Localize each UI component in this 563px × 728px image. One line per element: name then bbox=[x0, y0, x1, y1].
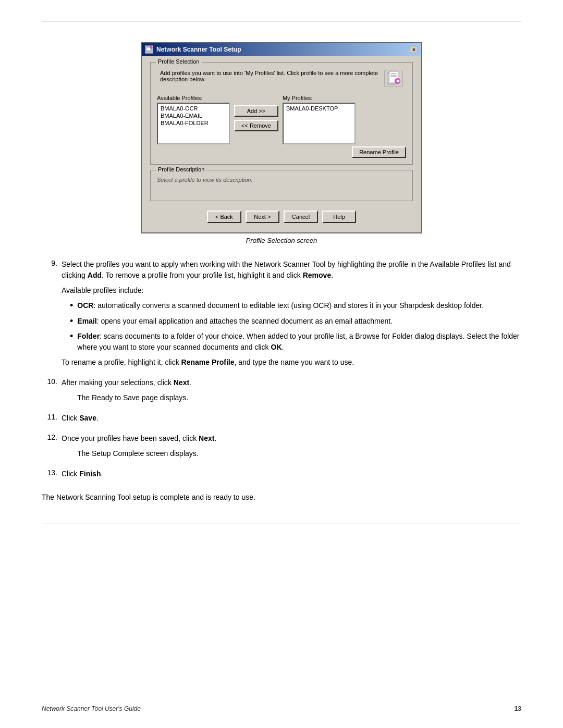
dialog-titlebar: Network Scanner Tool Setup × bbox=[142, 43, 421, 56]
available-profiles-column: Available Profiles: BMALA0-OCR BMALA0-EM… bbox=[157, 95, 230, 144]
step-13-period: . bbox=[101, 470, 103, 478]
profile-icon bbox=[384, 70, 403, 87]
add-remove-buttons: Add >> << Remove bbox=[234, 95, 278, 131]
list-item[interactable]: BMALA0-FOLDER bbox=[159, 119, 228, 127]
help-button[interactable]: Help bbox=[322, 211, 356, 223]
step-9-text: Select the profiles you want to apply wh… bbox=[62, 259, 521, 372]
app-icon bbox=[145, 45, 153, 54]
dialog-title: Network Scanner Tool Setup bbox=[156, 46, 241, 53]
rename-profile-button[interactable]: Rename Profile bbox=[352, 146, 406, 158]
closing-text: The Network Scanning Tool setup is compl… bbox=[42, 492, 521, 503]
dialog-window: Network Scanner Tool Setup × Profile Sel… bbox=[141, 42, 422, 233]
email-bold: Email bbox=[77, 317, 96, 325]
step-11-period: . bbox=[96, 414, 99, 422]
step-12-text: Once your profiles have been saved, clic… bbox=[62, 434, 199, 442]
bullet-email-content: Email: opens your email application and … bbox=[77, 316, 393, 327]
available-profiles-heading: Available profiles include: bbox=[62, 285, 521, 296]
rename-text2: , and type the name you want to use. bbox=[235, 358, 354, 366]
step-9-text2: . To remove a profile from your profile … bbox=[102, 271, 303, 279]
step-10-bold: Next bbox=[174, 378, 189, 387]
my-profiles-list[interactable]: BMALA0-DESKTOP bbox=[283, 103, 356, 144]
close-button[interactable]: × bbox=[410, 46, 418, 53]
bullet-ocr: OCR: automatically converts a scanned do… bbox=[70, 300, 521, 312]
rename-bold: Rename Profile bbox=[181, 358, 235, 366]
rename-paragraph: To rename a profile, highlight it, click… bbox=[62, 357, 521, 368]
step-11-text: Click Save. bbox=[62, 413, 521, 428]
step-9-number: 9. bbox=[42, 259, 57, 372]
my-profiles-label: My Profiles: bbox=[283, 95, 406, 101]
step-10-number: 10. bbox=[42, 377, 57, 408]
step-12-text: Once your profiles have been saved, clic… bbox=[62, 433, 521, 463]
dialog-wrapper: Network Scanner Tool Setup × Profile Sel… bbox=[42, 42, 521, 254]
step-10-paragraph: After making your selections, click Next… bbox=[62, 377, 521, 388]
add-button[interactable]: Add >> bbox=[234, 105, 278, 117]
profile-description-group: Profile Description Select a profile to … bbox=[150, 170, 413, 201]
next-button[interactable]: Next > bbox=[246, 211, 279, 223]
back-label: < Back bbox=[215, 214, 233, 220]
step-12-period: . bbox=[214, 434, 216, 442]
bottom-rule bbox=[42, 524, 521, 524]
page-footer: Network Scanner Tool User's Guide 13 bbox=[42, 705, 521, 712]
next-label: Next > bbox=[254, 214, 271, 220]
profiles-row: Available Profiles: BMALA0-OCR BMALA0-EM… bbox=[157, 95, 406, 158]
step-13: 13. Click Finish. bbox=[42, 468, 521, 484]
available-profiles-label: Available Profiles: bbox=[157, 95, 230, 101]
folder-ok-bold: OK bbox=[271, 343, 282, 351]
bullet-folder-content: Folder: scans documents to a folder of y… bbox=[77, 331, 521, 353]
footer-page: 13 bbox=[515, 705, 521, 712]
step-11-text: Click bbox=[62, 414, 79, 422]
footer-title: Network Scanner Tool User's Guide bbox=[42, 705, 141, 712]
cancel-button[interactable]: Cancel bbox=[284, 211, 318, 223]
main-content: 9. Select the profiles you want to apply… bbox=[42, 259, 521, 503]
dialog-content: Profile Selection Add profiles you want … bbox=[142, 56, 421, 232]
bullet-ocr-content: OCR: automatically converts a scanned do… bbox=[77, 300, 484, 311]
cancel-label: Cancel bbox=[292, 214, 310, 220]
profile-selection-header: Add profiles you want to use into 'My Pr… bbox=[157, 67, 406, 90]
step-9-bold1: Add bbox=[88, 271, 102, 279]
bullet-list: OCR: automatically converts a scanned do… bbox=[70, 300, 521, 353]
caption: Profile Selection screen bbox=[246, 237, 317, 244]
step-10: 10. After making your selections, click … bbox=[42, 377, 521, 408]
step-9: 9. Select the profiles you want to apply… bbox=[42, 259, 521, 372]
step-9-paragraph: Select the profiles you want to apply wh… bbox=[62, 259, 521, 281]
step-10-period: . bbox=[189, 378, 191, 387]
list-item[interactable]: BMALA0-EMAIL bbox=[159, 112, 228, 119]
svg-point-2 bbox=[150, 46, 153, 49]
profile-selection-text: Add profiles you want to use into 'My Pr… bbox=[160, 70, 380, 82]
step-13-text: Click Finish. bbox=[62, 468, 521, 484]
rename-btn-row: Rename Profile bbox=[283, 146, 406, 158]
titlebar-left: Network Scanner Tool Setup bbox=[145, 45, 241, 54]
step-13-paragraph: Click Finish. bbox=[62, 468, 521, 479]
bullet-folder: Folder: scans documents to a folder of y… bbox=[70, 331, 521, 353]
step-11-paragraph: Click Save. bbox=[62, 413, 521, 424]
my-profiles-column: My Profiles: BMALA0-DESKTOP Rename Profi… bbox=[283, 95, 406, 158]
step-12-bold: Next bbox=[199, 434, 214, 442]
step-10-sub: The Ready to Save page displays. bbox=[77, 392, 521, 403]
profile-description-label: Profile Description bbox=[156, 166, 206, 172]
back-button[interactable]: < Back bbox=[207, 211, 241, 223]
step-11-bold: Save bbox=[79, 414, 96, 422]
step-9-bold2: Remove bbox=[303, 271, 331, 279]
step-11: 11. Click Save. bbox=[42, 413, 521, 428]
list-item[interactable]: BMALA0-OCR bbox=[159, 105, 228, 112]
profile-selection-group: Profile Selection Add profiles you want … bbox=[150, 62, 413, 165]
step-10-text: After making your selections, click Next… bbox=[62, 377, 521, 408]
rename-text1: To rename a profile, highlight it, click bbox=[62, 358, 181, 366]
profile-selection-label: Profile Selection bbox=[156, 58, 202, 65]
step-12-paragraph: Once your profiles have been saved, clic… bbox=[62, 433, 521, 444]
step-13-text: Click bbox=[62, 470, 79, 478]
step-10-text: After making your selections, click bbox=[62, 378, 174, 387]
help-label: Help bbox=[333, 214, 345, 220]
remove-button[interactable]: << Remove bbox=[234, 120, 278, 131]
folder-bold: Folder bbox=[77, 332, 100, 340]
list-item[interactable]: BMALA0-DESKTOP bbox=[285, 105, 353, 112]
top-rule bbox=[42, 21, 521, 21]
svg-rect-1 bbox=[147, 48, 150, 50]
step-13-number: 13. bbox=[42, 468, 57, 484]
step-13-bold: Finish bbox=[79, 470, 101, 478]
step-12: 12. Once your profiles have been saved, … bbox=[42, 433, 521, 463]
step-11-number: 11. bbox=[42, 413, 57, 428]
profile-description-text: Select a profile to view its description… bbox=[157, 177, 406, 183]
available-profiles-list[interactable]: BMALA0-OCR BMALA0-EMAIL BMALA0-FOLDER bbox=[157, 103, 230, 144]
step-12-sub: The Setup Complete screen displays. bbox=[77, 448, 521, 459]
